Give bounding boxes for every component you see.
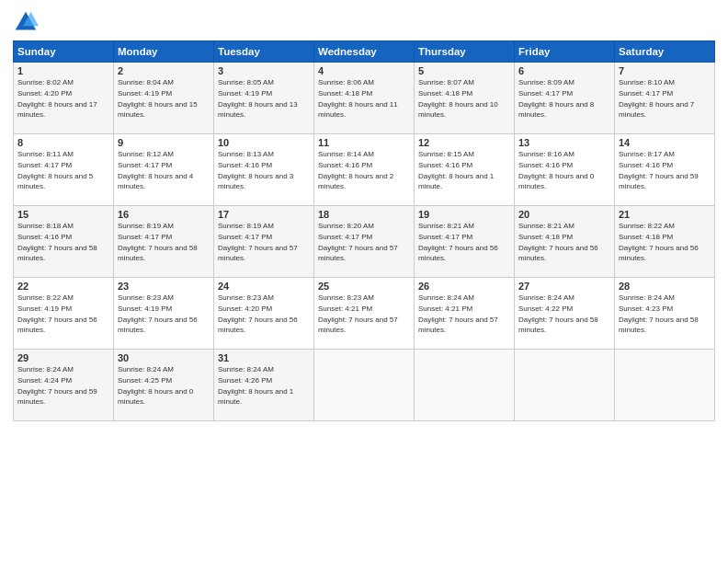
calendar-week-2: 8 Sunrise: 8:11 AMSunset: 4:17 PMDayligh… [14, 134, 715, 206]
day-number: 15 [17, 209, 109, 220]
calendar-cell: 15 Sunrise: 8:18 AMSunset: 4:16 PMDaylig… [14, 206, 114, 278]
calendar-cell: 2 Sunrise: 8:04 AMSunset: 4:19 PMDayligh… [114, 63, 214, 134]
day-number: 16 [118, 209, 210, 220]
day-info: Sunrise: 8:17 AMSunset: 4:16 PMDaylight:… [619, 150, 699, 190]
day-info: Sunrise: 8:24 AMSunset: 4:21 PMDaylight:… [418, 293, 498, 334]
calendar-cell: 19 Sunrise: 8:21 AMSunset: 4:17 PMDaylig… [415, 206, 515, 278]
day-info: Sunrise: 8:12 AMSunset: 4:17 PMDaylight:… [118, 150, 193, 190]
calendar-cell: 13 Sunrise: 8:16 AMSunset: 4:16 PMDaylig… [515, 134, 615, 206]
day-info: Sunrise: 8:22 AMSunset: 4:19 PMDaylight:… [17, 293, 97, 334]
calendar-cell: 11 Sunrise: 8:14 AMSunset: 4:16 PMDaylig… [314, 134, 415, 206]
day-info: Sunrise: 8:13 AMSunset: 4:16 PMDaylight:… [218, 150, 293, 190]
day-info: Sunrise: 8:22 AMSunset: 4:18 PMDaylight:… [619, 222, 699, 262]
day-number: 8 [17, 137, 109, 148]
day-header-thursday: Thursday [415, 41, 515, 63]
calendar-cell: 10 Sunrise: 8:13 AMSunset: 4:16 PMDaylig… [214, 134, 314, 206]
day-number: 3 [218, 65, 310, 76]
day-number: 24 [218, 281, 310, 292]
day-header-saturday: Saturday [615, 41, 715, 63]
day-info: Sunrise: 8:24 AMSunset: 4:26 PMDaylight:… [218, 365, 293, 406]
day-info: Sunrise: 8:24 AMSunset: 4:24 PMDaylight:… [17, 365, 97, 406]
day-info: Sunrise: 8:11 AMSunset: 4:17 PMDaylight:… [17, 150, 93, 190]
day-number: 31 [218, 352, 310, 363]
day-number: 28 [619, 281, 711, 292]
calendar-cell: 30 Sunrise: 8:24 AMSunset: 4:25 PMDaylig… [114, 350, 214, 421]
day-info: Sunrise: 8:23 AMSunset: 4:20 PMDaylight:… [218, 293, 298, 334]
calendar-cell: 1 Sunrise: 8:02 AMSunset: 4:20 PMDayligh… [14, 63, 114, 134]
day-header-monday: Monday [114, 41, 214, 63]
day-number: 27 [518, 281, 610, 292]
calendar-cell: 27 Sunrise: 8:24 AMSunset: 4:22 PMDaylig… [515, 278, 615, 350]
day-info: Sunrise: 8:24 AMSunset: 4:22 PMDaylight:… [518, 293, 598, 334]
day-number: 14 [619, 137, 711, 148]
day-number: 20 [518, 209, 610, 220]
day-number: 18 [318, 209, 410, 220]
calendar-cell: 5 Sunrise: 8:07 AMSunset: 4:18 PMDayligh… [415, 63, 515, 134]
day-number: 13 [518, 137, 610, 148]
calendar-cell: 4 Sunrise: 8:06 AMSunset: 4:18 PMDayligh… [314, 63, 415, 134]
logo [13, 9, 40, 35]
day-number: 29 [17, 352, 109, 363]
day-header-wednesday: Wednesday [314, 41, 415, 63]
day-number: 6 [518, 65, 610, 76]
calendar-week-5: 29 Sunrise: 8:24 AMSunset: 4:24 PMDaylig… [14, 350, 715, 421]
day-info: Sunrise: 8:04 AMSunset: 4:19 PMDaylight:… [118, 78, 198, 119]
calendar-cell: 23 Sunrise: 8:23 AMSunset: 4:19 PMDaylig… [114, 278, 214, 350]
calendar-week-4: 22 Sunrise: 8:22 AMSunset: 4:19 PMDaylig… [14, 278, 715, 350]
calendar-cell [615, 350, 715, 421]
day-number: 2 [118, 65, 210, 76]
calendar-cell: 31 Sunrise: 8:24 AMSunset: 4:26 PMDaylig… [214, 350, 314, 421]
day-info: Sunrise: 8:19 AMSunset: 4:17 PMDaylight:… [218, 222, 298, 262]
day-info: Sunrise: 8:23 AMSunset: 4:21 PMDaylight:… [318, 293, 398, 334]
day-info: Sunrise: 8:10 AMSunset: 4:17 PMDaylight:… [619, 78, 694, 119]
day-info: Sunrise: 8:21 AMSunset: 4:18 PMDaylight:… [518, 222, 598, 262]
day-number: 21 [619, 209, 711, 220]
calendar-cell: 14 Sunrise: 8:17 AMSunset: 4:16 PMDaylig… [615, 134, 715, 206]
day-info: Sunrise: 8:18 AMSunset: 4:16 PMDaylight:… [17, 222, 97, 262]
day-number: 10 [218, 137, 310, 148]
day-number: 4 [318, 65, 410, 76]
day-info: Sunrise: 8:20 AMSunset: 4:17 PMDaylight:… [318, 222, 398, 262]
calendar-cell [415, 350, 515, 421]
calendar-cell [314, 350, 415, 421]
day-info: Sunrise: 8:24 AMSunset: 4:23 PMDaylight:… [619, 293, 699, 334]
day-header-sunday: Sunday [14, 41, 114, 63]
page: SundayMondayTuesdayWednesdayThursdayFrid… [0, 0, 728, 563]
day-info: Sunrise: 8:09 AMSunset: 4:17 PMDaylight:… [518, 78, 594, 119]
day-number: 30 [118, 352, 210, 363]
calendar-cell: 3 Sunrise: 8:05 AMSunset: 4:19 PMDayligh… [214, 63, 314, 134]
calendar-cell: 16 Sunrise: 8:19 AMSunset: 4:17 PMDaylig… [114, 206, 214, 278]
day-number: 5 [418, 65, 510, 76]
calendar-cell: 29 Sunrise: 8:24 AMSunset: 4:24 PMDaylig… [14, 350, 114, 421]
calendar-week-3: 15 Sunrise: 8:18 AMSunset: 4:16 PMDaylig… [14, 206, 715, 278]
calendar-cell: 18 Sunrise: 8:20 AMSunset: 4:17 PMDaylig… [314, 206, 415, 278]
calendar-cell: 12 Sunrise: 8:15 AMSunset: 4:16 PMDaylig… [415, 134, 515, 206]
day-info: Sunrise: 8:16 AMSunset: 4:16 PMDaylight:… [518, 150, 594, 190]
calendar-cell: 22 Sunrise: 8:22 AMSunset: 4:19 PMDaylig… [14, 278, 114, 350]
day-number: 1 [17, 65, 109, 76]
day-number: 12 [418, 137, 510, 148]
day-info: Sunrise: 8:21 AMSunset: 4:17 PMDaylight:… [418, 222, 498, 262]
day-info: Sunrise: 8:23 AMSunset: 4:19 PMDaylight:… [118, 293, 198, 334]
calendar: SundayMondayTuesdayWednesdayThursdayFrid… [13, 40, 715, 421]
calendar-cell [515, 350, 615, 421]
day-number: 9 [118, 137, 210, 148]
calendar-cell: 9 Sunrise: 8:12 AMSunset: 4:17 PMDayligh… [114, 134, 214, 206]
day-number: 11 [318, 137, 410, 148]
calendar-cell: 17 Sunrise: 8:19 AMSunset: 4:17 PMDaylig… [214, 206, 314, 278]
calendar-week-1: 1 Sunrise: 8:02 AMSunset: 4:20 PMDayligh… [14, 63, 715, 134]
calendar-cell: 8 Sunrise: 8:11 AMSunset: 4:17 PMDayligh… [14, 134, 114, 206]
calendar-header-row: SundayMondayTuesdayWednesdayThursdayFrid… [14, 41, 715, 63]
day-number: 22 [17, 281, 109, 292]
day-info: Sunrise: 8:24 AMSunset: 4:25 PMDaylight:… [118, 365, 193, 406]
day-info: Sunrise: 8:05 AMSunset: 4:19 PMDaylight:… [218, 78, 298, 119]
day-number: 17 [218, 209, 310, 220]
day-info: Sunrise: 8:14 AMSunset: 4:16 PMDaylight:… [318, 150, 393, 190]
calendar-cell: 28 Sunrise: 8:24 AMSunset: 4:23 PMDaylig… [615, 278, 715, 350]
calendar-cell: 6 Sunrise: 8:09 AMSunset: 4:17 PMDayligh… [515, 63, 615, 134]
day-number: 26 [418, 281, 510, 292]
calendar-cell: 25 Sunrise: 8:23 AMSunset: 4:21 PMDaylig… [314, 278, 415, 350]
day-info: Sunrise: 8:15 AMSunset: 4:16 PMDaylight:… [418, 150, 494, 190]
day-info: Sunrise: 8:07 AMSunset: 4:18 PMDaylight:… [418, 78, 498, 119]
day-info: Sunrise: 8:02 AMSunset: 4:20 PMDaylight:… [17, 78, 97, 119]
